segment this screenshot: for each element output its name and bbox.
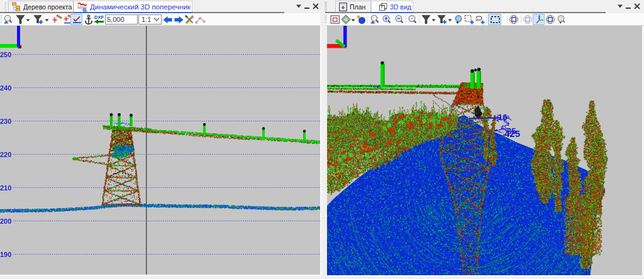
svg-text:DXF: DXF (94, 14, 104, 20)
